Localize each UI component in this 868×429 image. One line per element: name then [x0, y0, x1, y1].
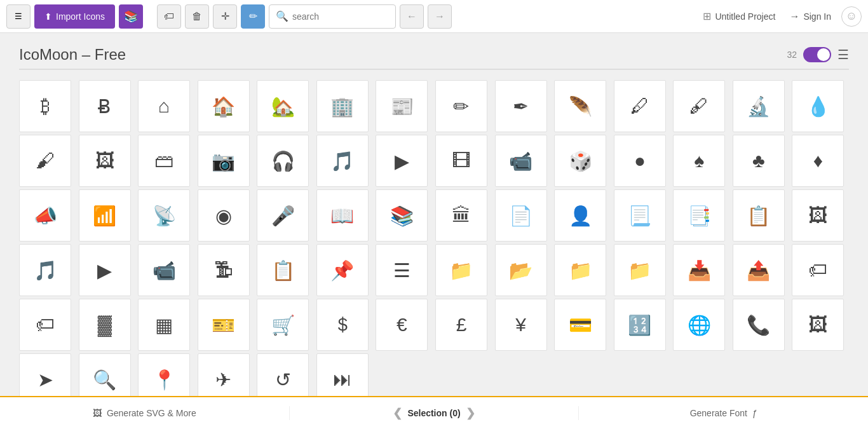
icon-cell-music[interactable]: 🎵 [316, 135, 369, 187]
move-tool-button[interactable]: ✛ [213, 4, 237, 29]
icon-cell-paste[interactable]: 📌 [316, 244, 369, 296]
sign-in-button[interactable]: → Sign In [789, 11, 831, 22]
icon-cell-play[interactable]: ▶ [376, 135, 428, 187]
menu-button[interactable]: ☰ [6, 4, 31, 29]
bottom-bar: 🖼 Generate SVG & More ❮ Selection (0) ❯ … [0, 396, 868, 418]
icon-cell-books[interactable]: 📚 [376, 189, 428, 242]
icon-cell-eyedropper[interactable]: 🔬 [733, 80, 785, 132]
icon-cell-profile[interactable]: 👤 [554, 189, 606, 242]
tag-tool-button[interactable]: 🏷 [157, 4, 181, 29]
icon-cell-home[interactable]: ⌂ [138, 80, 190, 132]
icon-cell-calculator[interactable]: 🔢 [614, 299, 666, 351]
generate-svg-icon: 🖼 [93, 408, 102, 418]
icon-cell-file-play[interactable]: ▶ [79, 244, 131, 296]
icon-cell-quill[interactable]: 🪶 [554, 80, 606, 132]
icon-cell-newspaper[interactable]: 📰 [376, 80, 428, 132]
icon-cell-file-zip[interactable]: 🗜 [198, 244, 250, 296]
icon-cell-droplet[interactable]: 💧 [792, 80, 844, 132]
icon-cell-file-music[interactable]: 🎵 [19, 244, 71, 296]
icon-cell-dollar[interactable]: ＄ [316, 299, 369, 351]
icon-cell-ticket[interactable]: 🎫 [198, 299, 250, 351]
icon-cell-blog[interactable]: 🖋 [673, 80, 725, 132]
icon-cell-film[interactable]: 🎞 [435, 135, 487, 187]
generate-svg-section[interactable]: 🖼 Generate SVG & More [0, 408, 289, 418]
icon-cell-home2[interactable]: 🏠 [198, 80, 250, 132]
back-button[interactable]: ← [400, 4, 424, 29]
icon-cell-coins-euro[interactable]: € [376, 299, 428, 351]
icon-cell-copy[interactable]: 📋 [257, 244, 309, 296]
forward-icon: → [435, 11, 445, 22]
back-icon: ← [407, 11, 417, 22]
icon-cell-folder-plus[interactable]: 📁 [554, 244, 606, 296]
avatar[interactable]: ☺ [841, 6, 862, 27]
icon-cell-files-empty[interactable]: 📑 [673, 189, 725, 242]
icon-cell-price-tags[interactable]: 🏷 [19, 299, 71, 351]
section-header: IcoMoon – Free 32 ☰ [19, 46, 849, 70]
icon-cell-clubs[interactable]: ♣ [733, 135, 785, 187]
main-content: IcoMoon – Free 32 ☰ ₿Ƀ⌂🏠🏡🏢📰✏✒🪶🖊🖋🔬💧🖌🖼🗃📷🎧🎵… [0, 33, 868, 418]
icon-cell-pencil2[interactable]: ✒ [495, 80, 547, 132]
search-input[interactable] [292, 11, 381, 22]
icon-cell-coins-yen[interactable]: ¥ [495, 299, 547, 351]
icon-cell-mic[interactable]: 🎤 [257, 189, 309, 242]
icon-cell-globe[interactable]: 🌐 [673, 299, 725, 351]
icon-cell-bitcoin-b[interactable]: ₿ [19, 80, 71, 132]
generate-font-icon: ƒ [752, 408, 757, 418]
icon-cell-library[interactable]: 🏛 [435, 189, 487, 242]
library-button[interactable]: 📚 [119, 4, 143, 29]
icon-count: 32 [787, 50, 797, 60]
icon-cell-wifi[interactable]: 📶 [79, 189, 131, 242]
icon-cell-creditcard[interactable]: 💳 [554, 299, 606, 351]
list-view-icon[interactable]: ☰ [837, 47, 849, 62]
icon-cell-dice[interactable]: 🎲 [554, 135, 606, 187]
edit-tool-button[interactable]: ✏ [241, 4, 265, 29]
forward-button[interactable]: → [428, 4, 452, 29]
delete-tool-button[interactable]: 🗑 [185, 4, 209, 29]
icon-cell-camera[interactable]: 📷 [198, 135, 250, 187]
icon-cell-phone[interactable]: 📞 [733, 299, 785, 351]
icon-cell-home3[interactable]: 🏡 [257, 80, 309, 132]
icon-cell-image[interactable]: 🖼 [79, 135, 131, 187]
icon-cell-feed[interactable]: ◉ [198, 189, 250, 242]
icon-cell-file-text[interactable]: 📄 [495, 189, 547, 242]
icon-cell-folder-minus[interactable]: 📁 [614, 244, 666, 296]
icon-cell-file-video[interactable]: 📹 [138, 244, 190, 296]
icon-cell-image2[interactable]: 🖼 [792, 299, 844, 351]
grid-toggle[interactable] [803, 47, 831, 62]
icon-cell-bullhorn[interactable]: 📣 [19, 189, 71, 242]
icon-cell-price-tag[interactable]: 🏷 [792, 244, 844, 296]
icon-cell-images[interactable]: 🗃 [138, 135, 190, 187]
project-title[interactable]: ⊞ Untitled Project [703, 10, 775, 22]
icon-cell-file-picture[interactable]: 🖼 [792, 189, 844, 242]
icon-cell-bitcoin-circle[interactable]: Ƀ [79, 80, 131, 132]
icon-cell-pencil[interactable]: ✏ [435, 80, 487, 132]
icon-cell-video-camera[interactable]: 📹 [495, 135, 547, 187]
icon-cell-folder-upload[interactable]: 📤 [733, 244, 785, 296]
icon-cell-folder-open[interactable]: 📂 [495, 244, 547, 296]
icon-cell-spades[interactable]: ♠ [673, 135, 725, 187]
icon-cell-diamonds[interactable]: ♦ [792, 135, 844, 187]
arrow-left[interactable]: ❮ [393, 406, 402, 418]
icon-cell-folder-download[interactable]: 📥 [673, 244, 725, 296]
icon-cell-folder[interactable]: 📁 [435, 244, 487, 296]
icon-cell-paint-format[interactable]: 🖌 [19, 135, 71, 187]
icon-cell-book[interactable]: 📖 [316, 189, 369, 242]
icon-cell-headphones[interactable]: 🎧 [257, 135, 309, 187]
icon-cell-pen[interactable]: 🖊 [614, 80, 666, 132]
icon-cell-stack[interactable]: ☰ [376, 244, 428, 296]
icon-cell-office[interactable]: 🏢 [316, 80, 369, 132]
icon-cell-file-text2[interactable]: 📋 [733, 189, 785, 242]
icon-cell-file-empty[interactable]: 📃 [614, 189, 666, 242]
sign-in-label: Sign In [803, 11, 831, 22]
generate-font-section[interactable]: Generate Font ƒ [579, 408, 868, 418]
icon-cell-cart[interactable]: 🛒 [257, 299, 309, 351]
arrow-right[interactable]: ❯ [466, 406, 475, 418]
import-icons-button[interactable]: ⬆ Import Icons [34, 4, 115, 29]
icon-cell-qrcode[interactable]: ▦ [138, 299, 190, 351]
import-label: Import Icons [56, 11, 105, 22]
icon-cell-pacman[interactable]: ● [614, 135, 666, 187]
icon-cell-podcast[interactable]: 📡 [138, 189, 190, 242]
icon-cell-barcode[interactable]: ▓ [79, 299, 131, 351]
icon-cell-coins-pound[interactable]: £ [435, 299, 487, 351]
upload-icon: ⬆ [44, 11, 52, 22]
